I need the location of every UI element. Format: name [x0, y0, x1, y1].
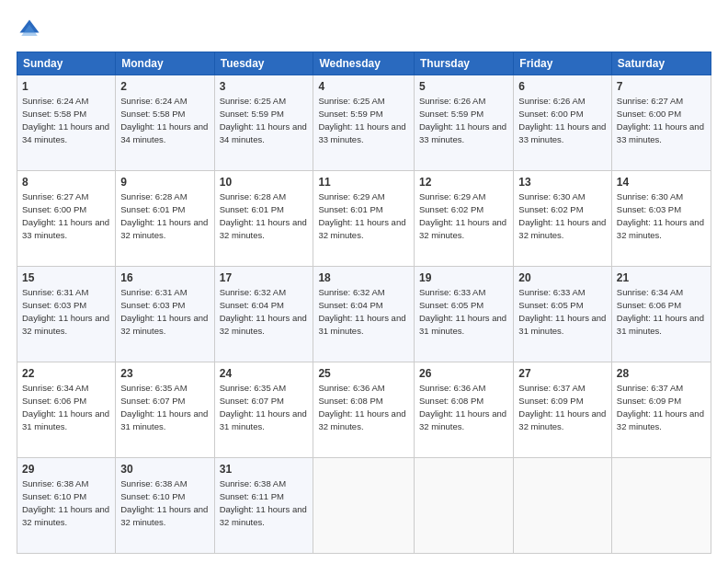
- header-cell-monday: Monday: [116, 52, 214, 75]
- day-cell: 2Sunrise: 6:24 AMSunset: 5:58 PMDaylight…: [116, 75, 214, 171]
- day-number: 7: [617, 79, 706, 94]
- day-number: 18: [318, 270, 409, 285]
- header-cell-friday: Friday: [514, 52, 612, 75]
- day-cell: 28Sunrise: 6:37 AMSunset: 6:09 PMDayligh…: [611, 362, 711, 458]
- day-cell: 13Sunrise: 6:30 AMSunset: 6:02 PMDayligh…: [514, 171, 612, 267]
- day-number: 9: [120, 175, 209, 190]
- day-cell: 6Sunrise: 6:26 AMSunset: 6:00 PMDaylight…: [514, 75, 612, 171]
- day-cell: [415, 458, 514, 554]
- day-cell: 19Sunrise: 6:33 AMSunset: 6:05 PMDayligh…: [415, 267, 514, 362]
- day-number: 4: [318, 79, 409, 94]
- day-number: 1: [22, 79, 110, 94]
- day-number: 10: [220, 175, 309, 190]
- day-cell: 14Sunrise: 6:30 AMSunset: 6:03 PMDayligh…: [611, 171, 711, 267]
- header-cell-wednesday: Wednesday: [313, 52, 415, 75]
- day-detail: Sunrise: 6:32 AMSunset: 6:04 PMDaylight:…: [318, 287, 405, 335]
- day-number: 2: [120, 79, 209, 94]
- day-detail: Sunrise: 6:26 AMSunset: 6:00 PMDaylight:…: [518, 96, 606, 144]
- day-detail: Sunrise: 6:24 AMSunset: 5:58 PMDaylight:…: [120, 96, 208, 144]
- week-row-5: 29Sunrise: 6:38 AMSunset: 6:10 PMDayligh…: [17, 458, 711, 554]
- day-number: 22: [22, 366, 110, 381]
- day-detail: Sunrise: 6:30 AMSunset: 6:03 PMDaylight:…: [617, 191, 704, 239]
- day-number: 24: [220, 366, 309, 381]
- header-row: SundayMondayTuesdayWednesdayThursdayFrid…: [17, 52, 711, 75]
- day-cell: 15Sunrise: 6:31 AMSunset: 6:03 PMDayligh…: [17, 267, 116, 362]
- day-detail: Sunrise: 6:28 AMSunset: 6:01 PMDaylight:…: [220, 191, 307, 239]
- header: [17, 17, 711, 42]
- day-number: 19: [419, 270, 508, 285]
- day-cell: 18Sunrise: 6:32 AMSunset: 6:04 PMDayligh…: [313, 267, 415, 362]
- page: SundayMondayTuesdayWednesdayThursdayFrid…: [0, 0, 728, 563]
- day-number: 20: [518, 270, 607, 285]
- day-cell: 7Sunrise: 6:27 AMSunset: 6:00 PMDaylight…: [611, 75, 711, 171]
- week-row-3: 15Sunrise: 6:31 AMSunset: 6:03 PMDayligh…: [17, 267, 711, 362]
- day-cell: 10Sunrise: 6:28 AMSunset: 6:01 PMDayligh…: [214, 171, 313, 267]
- day-cell: 22Sunrise: 6:34 AMSunset: 6:06 PMDayligh…: [17, 362, 116, 458]
- day-detail: Sunrise: 6:36 AMSunset: 6:08 PMDaylight:…: [419, 383, 506, 431]
- day-number: 6: [518, 79, 607, 94]
- day-cell: 30Sunrise: 6:38 AMSunset: 6:10 PMDayligh…: [116, 458, 214, 554]
- day-detail: Sunrise: 6:38 AMSunset: 6:10 PMDaylight:…: [120, 478, 208, 526]
- day-number: 30: [120, 462, 209, 477]
- day-detail: Sunrise: 6:31 AMSunset: 6:03 PMDaylight:…: [120, 287, 208, 335]
- day-cell: 16Sunrise: 6:31 AMSunset: 6:03 PMDayligh…: [116, 267, 214, 362]
- day-number: 13: [518, 175, 607, 190]
- week-row-4: 22Sunrise: 6:34 AMSunset: 6:06 PMDayligh…: [17, 362, 711, 458]
- header-cell-saturday: Saturday: [611, 52, 711, 75]
- day-cell: 29Sunrise: 6:38 AMSunset: 6:10 PMDayligh…: [17, 458, 116, 554]
- day-cell: 27Sunrise: 6:37 AMSunset: 6:09 PMDayligh…: [514, 362, 612, 458]
- day-detail: Sunrise: 6:30 AMSunset: 6:02 PMDaylight:…: [518, 191, 606, 239]
- day-cell: 11Sunrise: 6:29 AMSunset: 6:01 PMDayligh…: [313, 171, 415, 267]
- day-number: 21: [617, 270, 706, 285]
- day-cell: 21Sunrise: 6:34 AMSunset: 6:06 PMDayligh…: [611, 267, 711, 362]
- day-cell: 1Sunrise: 6:24 AMSunset: 5:58 PMDaylight…: [17, 75, 116, 171]
- day-cell: 12Sunrise: 6:29 AMSunset: 6:02 PMDayligh…: [415, 171, 514, 267]
- day-cell: 8Sunrise: 6:27 AMSunset: 6:00 PMDaylight…: [17, 171, 116, 267]
- calendar-header: SundayMondayTuesdayWednesdayThursdayFrid…: [17, 52, 711, 75]
- day-cell: 4Sunrise: 6:25 AMSunset: 5:59 PMDaylight…: [313, 75, 415, 171]
- day-detail: Sunrise: 6:35 AMSunset: 6:07 PMDaylight:…: [220, 383, 307, 431]
- day-detail: Sunrise: 6:38 AMSunset: 6:10 PMDaylight:…: [22, 478, 109, 526]
- day-number: 16: [120, 270, 209, 285]
- day-detail: Sunrise: 6:27 AMSunset: 6:00 PMDaylight:…: [22, 191, 109, 239]
- day-number: 15: [22, 270, 110, 285]
- header-cell-sunday: Sunday: [17, 52, 116, 75]
- day-cell: 26Sunrise: 6:36 AMSunset: 6:08 PMDayligh…: [415, 362, 514, 458]
- day-detail: Sunrise: 6:29 AMSunset: 6:01 PMDaylight:…: [318, 191, 405, 239]
- day-detail: Sunrise: 6:32 AMSunset: 6:04 PMDaylight:…: [220, 287, 307, 335]
- week-row-1: 1Sunrise: 6:24 AMSunset: 5:58 PMDaylight…: [17, 75, 711, 171]
- day-cell: 3Sunrise: 6:25 AMSunset: 5:59 PMDaylight…: [214, 75, 313, 171]
- day-detail: Sunrise: 6:36 AMSunset: 6:08 PMDaylight:…: [318, 383, 405, 431]
- calendar-table: SundayMondayTuesdayWednesdayThursdayFrid…: [17, 52, 711, 554]
- day-detail: Sunrise: 6:34 AMSunset: 6:06 PMDaylight:…: [22, 383, 109, 431]
- day-detail: Sunrise: 6:25 AMSunset: 5:59 PMDaylight:…: [318, 96, 405, 144]
- day-detail: Sunrise: 6:37 AMSunset: 6:09 PMDaylight:…: [617, 383, 704, 431]
- day-detail: Sunrise: 6:35 AMSunset: 6:07 PMDaylight:…: [120, 383, 208, 431]
- day-number: 26: [419, 366, 508, 381]
- day-cell: 31Sunrise: 6:38 AMSunset: 6:11 PMDayligh…: [214, 458, 313, 554]
- header-cell-thursday: Thursday: [415, 52, 514, 75]
- day-cell: [313, 458, 415, 554]
- day-detail: Sunrise: 6:33 AMSunset: 6:05 PMDaylight:…: [518, 287, 606, 335]
- day-number: 28: [617, 366, 706, 381]
- day-number: 3: [220, 79, 309, 94]
- day-detail: Sunrise: 6:25 AMSunset: 5:59 PMDaylight:…: [220, 96, 307, 144]
- header-cell-tuesday: Tuesday: [214, 52, 313, 75]
- day-cell: 9Sunrise: 6:28 AMSunset: 6:01 PMDaylight…: [116, 171, 214, 267]
- day-cell: [514, 458, 612, 554]
- day-number: 23: [120, 366, 209, 381]
- day-detail: Sunrise: 6:27 AMSunset: 6:00 PMDaylight:…: [617, 96, 704, 144]
- day-detail: Sunrise: 6:31 AMSunset: 6:03 PMDaylight:…: [22, 287, 109, 335]
- day-number: 31: [220, 462, 309, 477]
- day-number: 29: [22, 462, 110, 477]
- day-number: 11: [318, 175, 409, 190]
- day-detail: Sunrise: 6:34 AMSunset: 6:06 PMDaylight:…: [617, 287, 704, 335]
- week-row-2: 8Sunrise: 6:27 AMSunset: 6:00 PMDaylight…: [17, 171, 711, 267]
- day-number: 27: [518, 366, 607, 381]
- day-cell: 5Sunrise: 6:26 AMSunset: 5:59 PMDaylight…: [415, 75, 514, 171]
- day-detail: Sunrise: 6:33 AMSunset: 6:05 PMDaylight:…: [419, 287, 506, 335]
- day-number: 14: [617, 175, 706, 190]
- logo: [17, 17, 46, 42]
- day-number: 12: [419, 175, 508, 190]
- calendar-body: 1Sunrise: 6:24 AMSunset: 5:58 PMDaylight…: [17, 75, 711, 554]
